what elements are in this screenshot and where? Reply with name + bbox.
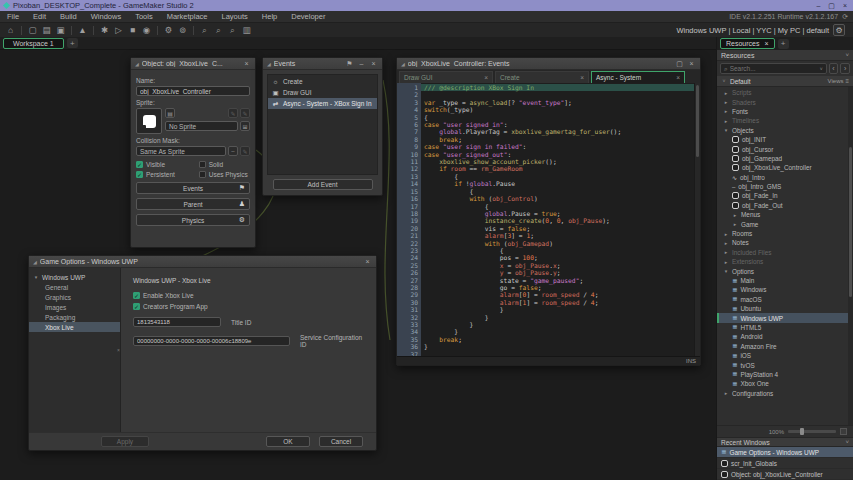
close-tab-icon[interactable]: × xyxy=(580,74,584,81)
checkbox-enable-xbox-live[interactable]: ✓Enable Xbox Live xyxy=(133,292,364,299)
code-lines[interactable]: /// @description XBox Sign In​var _type … xyxy=(421,83,694,356)
tree-item[interactable]: ▸Timelines xyxy=(717,116,853,125)
event-item[interactable]: ▣Draw GUI xyxy=(268,87,377,98)
code-line[interactable]: { xyxy=(421,188,694,195)
edit-sprite-icon[interactable]: ✎ xyxy=(240,108,250,118)
recent-window-item[interactable]: ≣Game Options - Windows UWP xyxy=(717,447,853,458)
new-panel-tab-button[interactable]: + xyxy=(778,39,789,49)
checkbox-icon[interactable]: ✓ xyxy=(136,161,143,168)
code-line[interactable]: go = false; xyxy=(421,284,694,291)
line-number[interactable]: 30 xyxy=(397,299,418,306)
line-number[interactable]: 36 xyxy=(397,343,418,350)
code-line[interactable]: } xyxy=(421,321,694,328)
tab-resources[interactable]: Resources × xyxy=(720,38,775,49)
line-number[interactable]: 8 xyxy=(397,136,418,143)
settings-icon[interactable]: ⚙ xyxy=(162,24,175,36)
tree-item[interactable]: ≣HTML5 xyxy=(717,323,853,332)
minimize-icon[interactable]: – xyxy=(357,60,366,67)
line-number[interactable]: 11 xyxy=(397,158,418,165)
parent-button[interactable]: Parent♟ xyxy=(136,198,250,210)
line-number[interactable]: 21 xyxy=(397,232,418,239)
line-number[interactable]: 24 xyxy=(397,254,418,261)
code-line[interactable]: alarm[1] = room_speed / 4; xyxy=(421,299,694,306)
event-item[interactable]: ☼Create xyxy=(268,76,377,87)
code-line[interactable]: global.Pause = true; xyxy=(421,210,694,217)
line-number[interactable]: 26 xyxy=(397,269,418,276)
code-line[interactable]: var _type = async_load[? "event_type"]; xyxy=(421,99,694,106)
game-options-window[interactable]: ◢ Game Options - Windows UWP × ▾Windows … xyxy=(28,255,377,451)
arrow-down-icon[interactable]: ▾ xyxy=(723,268,729,274)
tree-item[interactable]: ≣Xbox One xyxy=(717,379,853,388)
checkbox-solid[interactable]: Solid xyxy=(199,161,250,168)
code-line[interactable]: } xyxy=(421,306,694,313)
arrow-down-icon[interactable]: ▾ xyxy=(723,127,729,133)
recent-windows-header[interactable]: Recent Windows ˅ xyxy=(717,437,853,447)
tree-item[interactable]: ▸Extensions xyxy=(717,257,853,266)
arrow-right-icon[interactable]: ▸ xyxy=(723,118,729,124)
events-window[interactable]: ◢ Events ⚑ – × ☼Create▣Draw GUI⇄Async - … xyxy=(262,57,383,196)
line-number[interactable]: 6 xyxy=(397,121,418,128)
tree-item[interactable]: –obj_Intro_GMS xyxy=(717,182,853,191)
line-number[interactable]: 37 xyxy=(397,351,418,356)
code-line[interactable]: instance_create(0, 0, obj_Pause); xyxy=(421,217,694,224)
close-icon[interactable]: × xyxy=(242,60,251,67)
new-sprite-icon[interactable]: ▤ xyxy=(165,108,175,118)
tree-item[interactable]: obj_Fade_Out xyxy=(717,201,853,210)
tree-item[interactable]: obj_INIT xyxy=(717,135,853,144)
tree-item[interactable]: ▸Menus xyxy=(717,210,853,219)
manual-icon[interactable]: ▥ xyxy=(240,24,253,36)
object-editor-titlebar[interactable]: ◢ Object: obj_XboxLive_C... × xyxy=(131,58,255,70)
line-number[interactable]: 29 xyxy=(397,291,418,298)
line-number[interactable]: 20 xyxy=(397,225,418,232)
checkbox-icon[interactable]: ✓ xyxy=(133,303,140,310)
line-number[interactable]: 4 xyxy=(397,106,418,113)
line-number[interactable]: 3 xyxy=(397,99,418,106)
views-menu-icon[interactable]: ≡ xyxy=(845,78,849,84)
tree-item[interactable]: ▾Options xyxy=(717,266,853,275)
tree-item[interactable]: ≣PlayStation 4 xyxy=(717,370,853,379)
code-line[interactable]: } xyxy=(421,343,694,350)
menu-tools[interactable]: Tools xyxy=(128,12,160,21)
tree-item[interactable]: obj_XboxLive_Controller xyxy=(717,163,853,172)
code-line[interactable]: pos = 100; xyxy=(421,254,694,261)
zoom-in-icon[interactable]: ⌕ xyxy=(226,24,239,36)
arrow-right-icon[interactable]: ▸ xyxy=(723,259,729,265)
line-number[interactable]: 25 xyxy=(397,262,418,269)
arrow-right-icon[interactable]: ▸ xyxy=(723,108,729,114)
tree-item[interactable]: ▸Scripts xyxy=(717,88,853,97)
menu-layouts[interactable]: Layouts xyxy=(215,12,255,21)
code-area[interactable]: ▶123456789101112131415161718192021222324… xyxy=(397,83,700,356)
tree-item[interactable]: ▸Rooms xyxy=(717,229,853,238)
new-project-icon[interactable]: ▢ xyxy=(26,24,39,36)
code-line[interactable]: case "user sign in failed": xyxy=(421,143,694,150)
zoom-slider[interactable] xyxy=(788,430,836,433)
line-number[interactable]: 17 xyxy=(397,203,418,210)
collision-minus-icon[interactable]: – xyxy=(228,146,238,156)
tree-item[interactable]: ▸Included Files xyxy=(717,248,853,257)
collision-mask-select[interactable]: Same As Sprite xyxy=(136,146,226,156)
scrollbar-thumb[interactable] xyxy=(849,147,852,297)
tree-item[interactable]: ≣Windows xyxy=(717,285,853,294)
zoom-reset-button[interactable] xyxy=(840,428,847,435)
minimize-icon[interactable]: – xyxy=(816,2,820,10)
arrow-right-icon[interactable]: ▸ xyxy=(732,221,738,227)
line-number[interactable]: 18 xyxy=(397,210,418,217)
maximize-icon[interactable]: ▢ xyxy=(675,60,684,68)
tab-workspace-1[interactable]: Workspace 1 xyxy=(3,38,64,49)
tree-item[interactable]: ▸Shaders xyxy=(717,97,853,106)
open-project-icon[interactable]: ▤ xyxy=(40,24,53,36)
code-line[interactable]: break; xyxy=(421,136,694,143)
line-number[interactable]: 23 xyxy=(397,247,418,254)
tree-item[interactable]: ▾Objects xyxy=(717,126,853,135)
line-number[interactable]: 22 xyxy=(397,240,418,247)
tree-item[interactable]: obj_Cursor xyxy=(717,144,853,153)
checkbox-icon[interactable]: ✓ xyxy=(133,292,140,299)
stop-icon[interactable]: ■ xyxy=(126,24,139,36)
zoom-out-icon[interactable]: ⌕ xyxy=(198,24,211,36)
arrow-right-icon[interactable]: ▸ xyxy=(723,249,729,255)
save-project-icon[interactable]: ▣ xyxy=(54,24,67,36)
debug-icon[interactable]: ◉ xyxy=(140,24,153,36)
events-button[interactable]: Events⚑ xyxy=(136,182,250,194)
options-tree-item[interactable]: Packaging xyxy=(29,312,120,322)
target-manager-icon[interactable]: ⚙ xyxy=(833,24,845,36)
